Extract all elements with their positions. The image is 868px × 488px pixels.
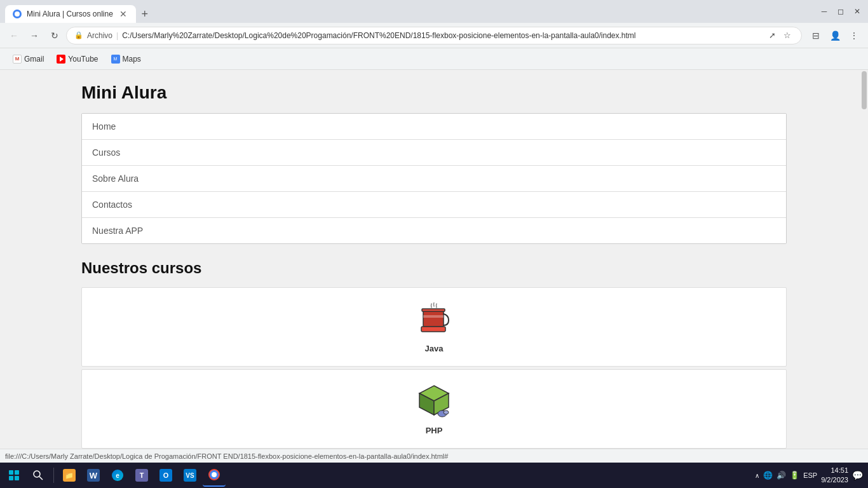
youtube-label: YouTube (68, 55, 98, 64)
lang-indicator: ESP (803, 471, 817, 479)
nav-menu: Home Cursos Sobre Alura Contactos Nuestr… (81, 113, 787, 244)
tray-network: 🌐 (763, 471, 773, 480)
url-bar[interactable]: 🔒 Archivo | C:/Users/Marly%20Zarrate/Des… (66, 27, 802, 44)
url-actions: ➚ ☆ (766, 29, 794, 42)
courses-section-title: Nuestros cursos (81, 259, 787, 277)
outlook-app[interactable]: O (154, 464, 177, 487)
svg-point-12 (34, 471, 40, 477)
outlook-icon: O (159, 469, 172, 482)
java-course-icon (415, 301, 453, 339)
course-card-php[interactable]: PHP (81, 369, 787, 449)
sidebar-icon[interactable]: ⊟ (807, 27, 825, 44)
star-icon[interactable]: ☆ (781, 29, 794, 42)
restore-button[interactable]: ◻ (835, 6, 846, 17)
php-icon-svg (417, 384, 451, 419)
edge-icon: e (112, 470, 123, 481)
vscode-icon: VS (184, 469, 196, 482)
bookmarks-bar: M Gmail YouTube M Maps (0, 48, 868, 70)
svg-rect-1 (423, 315, 444, 318)
chrome-icon (208, 469, 220, 480)
course-card-java[interactable]: Java (81, 287, 787, 367)
archivo-label: Archivo (87, 31, 112, 40)
bookmark-gmail[interactable]: M Gmail (8, 52, 49, 66)
svg-rect-0 (423, 310, 444, 327)
site-title: Mini Alura (81, 83, 787, 103)
tab-bar: Mini Alura | Cursos online ✕ + (5, 0, 154, 23)
scrollbar-thumb[interactable] (862, 71, 867, 109)
nav-item-app[interactable]: Nuestra APP (82, 218, 786, 243)
page-content: Mini Alura Home Cursos Sobre Alura Conta… (0, 70, 868, 449)
courses-list: Java (81, 287, 787, 449)
nav-item-home[interactable]: Home (82, 114, 786, 140)
gmail-icon: M (13, 55, 22, 64)
word-icon: W (87, 469, 100, 482)
teams-app[interactable]: T (130, 464, 153, 487)
scrollbar-track[interactable] (860, 70, 868, 449)
tray-sound: 🔊 (776, 471, 786, 480)
page-inner: Mini Alura Home Cursos Sobre Alura Conta… (69, 70, 799, 449)
status-url: file:///C:/Users/Marly Zarrate/Desktop/L… (5, 452, 448, 460)
maps-icon: M (111, 55, 120, 64)
java-icon-svg (418, 302, 450, 337)
back-button[interactable]: ← (5, 27, 23, 44)
search-taskbar-button[interactable] (27, 464, 50, 487)
vscode-app[interactable]: VS (179, 464, 201, 487)
active-tab[interactable]: Mini Alura | Cursos online ✕ (5, 5, 136, 23)
taskbar-time: 14:51 9/2/2023 (821, 466, 848, 485)
svg-rect-3 (422, 309, 445, 311)
youtube-icon (57, 55, 65, 64)
file-explorer-icon: 📁 (63, 469, 76, 482)
tab-close-button[interactable]: ✕ (118, 9, 128, 19)
nav-item-cursos[interactable]: Cursos (82, 140, 786, 166)
edge-app[interactable]: e (106, 464, 129, 487)
gmail-label: Gmail (24, 55, 44, 64)
chrome-app[interactable] (203, 464, 226, 487)
bookmark-maps[interactable]: M Maps (106, 52, 146, 66)
url-text: C:/Users/Marly%20Zarrate/Desktop/Logica%… (122, 31, 762, 40)
share-icon[interactable]: ➚ (766, 29, 778, 42)
youtube-play-icon (60, 57, 64, 62)
new-tab-button[interactable]: + (136, 5, 154, 23)
start-button[interactable] (3, 464, 25, 487)
close-button[interactable]: ✕ (851, 6, 863, 17)
php-course-icon (415, 383, 453, 421)
title-bar: Mini Alura | Cursos online ✕ + ─ ◻ ✕ (0, 0, 868, 23)
maps-label: Maps (123, 55, 141, 64)
browser-window: Mini Alura | Cursos online ✕ + ─ ◻ ✕ ← →… (0, 0, 868, 488)
date-display: 9/2/2023 (821, 475, 848, 485)
nav-item-contactos[interactable]: Contactos (82, 192, 786, 218)
tray-battery: 🔋 (790, 471, 799, 480)
bookmark-youtube[interactable]: YouTube (51, 52, 103, 66)
forward-button[interactable]: → (25, 27, 43, 44)
window-controls: ─ ◻ ✕ (818, 6, 863, 17)
lock-icon: 🔒 (74, 31, 83, 39)
toolbar-right: ⊟ 👤 ⋮ (807, 27, 863, 44)
tab-title: Mini Alura | Cursos online (27, 10, 113, 18)
status-bar: file:///C:/Users/Marly Zarrate/Desktop/L… (0, 449, 868, 463)
address-bar: ← → ↻ 🔒 Archivo | C:/Users/Marly%20Zarra… (0, 23, 868, 48)
windows-icon (9, 470, 19, 480)
menu-icon[interactable]: ⋮ (845, 27, 863, 44)
taskbar: 📁 W e T O VS ∧ 🌐 (0, 463, 868, 488)
tab-favicon (13, 10, 22, 18)
search-taskbar-icon (32, 470, 44, 481)
svg-rect-2 (421, 327, 445, 332)
notification-icon[interactable]: 💬 (852, 470, 863, 480)
php-label: PHP (426, 426, 443, 435)
svg-point-8 (444, 410, 449, 414)
profile-icon[interactable]: 👤 (826, 27, 844, 44)
file-explorer-app[interactable]: 📁 (58, 464, 81, 487)
tray-chevron[interactable]: ∧ (755, 472, 759, 479)
taskbar-separator (53, 468, 54, 483)
reload-button[interactable]: ↻ (46, 27, 64, 44)
nav-item-sobre[interactable]: Sobre Alura (82, 166, 786, 192)
java-label: Java (425, 344, 444, 353)
svg-line-13 (39, 477, 43, 480)
teams-icon: T (135, 469, 148, 482)
word-app[interactable]: W (82, 464, 105, 487)
minimize-button[interactable]: ─ (818, 6, 830, 17)
taskbar-right: ∧ 🌐 🔊 🔋 ESP 14:51 9/2/2023 💬 (755, 466, 865, 485)
taskbar-icon-group: ∧ 🌐 🔊 🔋 (755, 471, 799, 480)
time-display: 14:51 (821, 466, 848, 475)
